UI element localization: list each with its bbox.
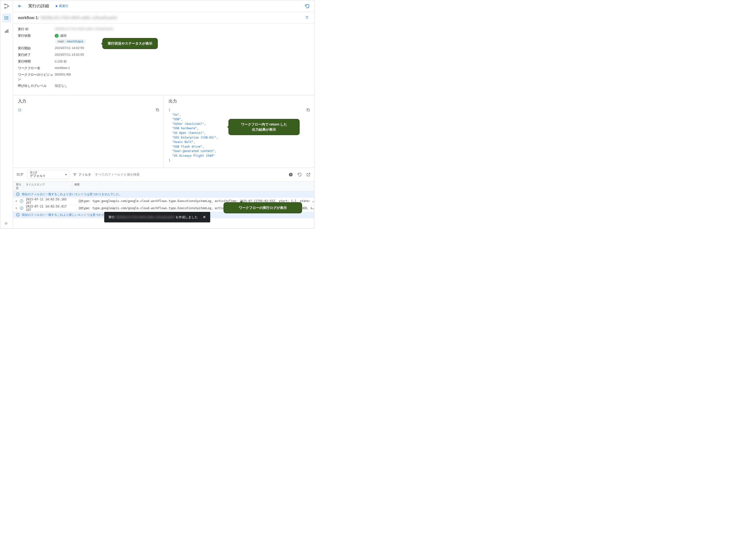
page-title: 実行の詳細: [28, 3, 49, 9]
input-body: {}: [18, 108, 159, 113]
info-icon: [16, 192, 20, 196]
toast-snackbar: 実行 59295c23-27b3-4925-a08c-125ca01ae52 を…: [104, 212, 210, 223]
svg-rect-9: [5, 31, 6, 33]
svg-rect-6: [6, 18, 8, 18]
workflow-header: workflow-1: 59295c23-27b3-4925-a08c-125c…: [13, 12, 314, 24]
status-label: 実行状態: [18, 34, 55, 44]
log-section-label: ログ: [16, 172, 23, 177]
toast-id-blur: 59295c23-27b3-4925-a08c-125ca01ae52: [116, 215, 174, 219]
input-title: 入力: [13, 95, 163, 107]
exec-id-value: 59295c23-27b3-4925-a08c-125ca01ae52: [55, 27, 113, 31]
start-label: 実行開始: [18, 46, 55, 51]
end-value: 2023/07/11 14:02:55: [55, 53, 309, 57]
left-nav-rail: [0, 0, 13, 228]
back-button[interactable]: [17, 4, 22, 9]
svg-rect-13: [307, 109, 309, 111]
log-info-older-text: 現在のフィルタに一致するこれより古いエントリは見つかりませんでした。: [22, 192, 122, 197]
step-chip: main : returnOutput: [55, 39, 86, 44]
filter-input-placeholder[interactable]: すべてのフィールドと値を検索: [95, 172, 285, 177]
output-body: [ "Us", "USB", "Usher (musician)", "USB …: [169, 108, 309, 163]
refresh-button[interactable]: [305, 4, 310, 9]
log-level-value: 指定なし: [55, 84, 309, 88]
log-table-head: 重大度 タイムスタンプ 概要: [13, 182, 314, 191]
rerun-button[interactable]: 再実行: [55, 4, 68, 8]
log-open-external-icon[interactable]: [306, 172, 311, 177]
svg-rect-16: [74, 175, 75, 176]
revision-value: 000001-f69: [55, 73, 309, 81]
copy-output-button[interactable]: [306, 108, 310, 112]
log-ts-0: 2023-07-11 14:02:55.183 JST: [24, 198, 72, 205]
svg-rect-2: [8, 6, 9, 7]
row-expand-icon[interactable]: [13, 200, 19, 203]
severity-info-icon: i: [20, 199, 23, 203]
col-timestamp: タイムスタンプ: [24, 183, 72, 190]
start-value: 2023/07/11 14:02:55: [55, 46, 309, 51]
svg-rect-1: [4, 7, 6, 8]
col-severity: 重大度: [13, 183, 24, 190]
duration-value: 0.236 秒: [55, 59, 309, 64]
severity-small-label: 重大度: [30, 172, 62, 174]
log-level-label: 呼び出しログレベル: [18, 84, 55, 88]
log-help-icon[interactable]: ?: [289, 172, 293, 177]
revision-label: ワークフローのリビジョン: [18, 73, 55, 81]
toast-suffix: を作成しました: [175, 215, 198, 219]
workflows-logo-icon: [4, 3, 10, 9]
svg-rect-15: [74, 174, 76, 175]
toast-prefix: 実行: [108, 215, 115, 219]
copy-input-button[interactable]: [156, 108, 159, 112]
chip-return: : returnOutput: [65, 40, 83, 43]
svg-rect-8: [6, 19, 8, 19]
severity-select[interactable]: 重大度 デフォルト ▾: [27, 170, 69, 179]
wf-name-label: ワークフロー名: [18, 66, 55, 70]
svg-rect-11: [7, 29, 8, 33]
svg-rect-10: [6, 30, 7, 33]
severity-info-icon: i: [20, 207, 23, 210]
collapse-panel-button[interactable]: [305, 16, 309, 20]
filter-button[interactable]: フィルタ: [73, 172, 91, 177]
svg-point-7: [4, 19, 5, 19]
svg-rect-0: [4, 4, 6, 5]
output-title: 出力: [164, 95, 314, 107]
rail-expand-toggle-icon[interactable]: [5, 222, 9, 225]
toast-close-button[interactable]: ✕: [203, 215, 206, 220]
severity-value: デフォルト: [30, 174, 46, 178]
svg-text:?: ?: [290, 173, 292, 176]
svg-point-5: [4, 17, 5, 18]
wf-name-value: workflow-1: [55, 66, 309, 70]
status-value: 成功: [60, 34, 66, 38]
info-icon: [16, 213, 20, 217]
filter-label: フィルタ: [78, 172, 91, 177]
log-bar: ログ 重大度 デフォルト ▾ フィルタ すべてのフィールドと値を検索 ?: [13, 168, 314, 182]
success-check-icon: ✓: [55, 34, 59, 38]
exec-id-label: 実行 ID: [18, 27, 55, 31]
workflow-name-label: workflow-1:: [18, 15, 39, 20]
input-panel: 入力 {}: [13, 95, 164, 168]
duration-label: 実行時間: [18, 59, 55, 64]
annotation-callout-logs: ワークフローの実行ログが表示: [224, 202, 302, 213]
svg-point-3: [4, 16, 5, 17]
nav-list-icon[interactable]: [2, 13, 11, 22]
svg-rect-12: [157, 109, 159, 111]
caret-down-icon: ▾: [65, 173, 67, 176]
svg-rect-4: [6, 16, 8, 17]
end-label: 実行終了: [18, 53, 55, 57]
execution-details: 実行 ID 59295c23-27b3-4925-a08c-125ca01ae5…: [13, 24, 314, 95]
svg-rect-14: [73, 173, 76, 174]
chip-main: main: [58, 40, 64, 43]
workflow-id-blur: 59295c23-27b3-4925-a08c-125ca01ae52: [40, 15, 117, 20]
log-refresh-icon[interactable]: [297, 172, 302, 177]
annotation-callout-status: 実行状況やステータスが表示: [102, 38, 158, 49]
rerun-label: 再実行: [59, 4, 68, 8]
row-expand-icon[interactable]: [13, 207, 19, 210]
col-summary: 概要: [72, 183, 314, 190]
topbar: 実行の詳細 再実行: [13, 0, 314, 12]
annotation-callout-output: ワークフロー内で return した 出力結果が表示: [228, 119, 300, 135]
log-info-older: 現在のフィルタに一致するこれより古いエントリは見つかりませんでした。: [13, 191, 314, 198]
nav-insights-icon[interactable]: [2, 27, 11, 36]
log-ts-1: 2023-07-11 14:02:55.417 JST: [24, 205, 72, 212]
